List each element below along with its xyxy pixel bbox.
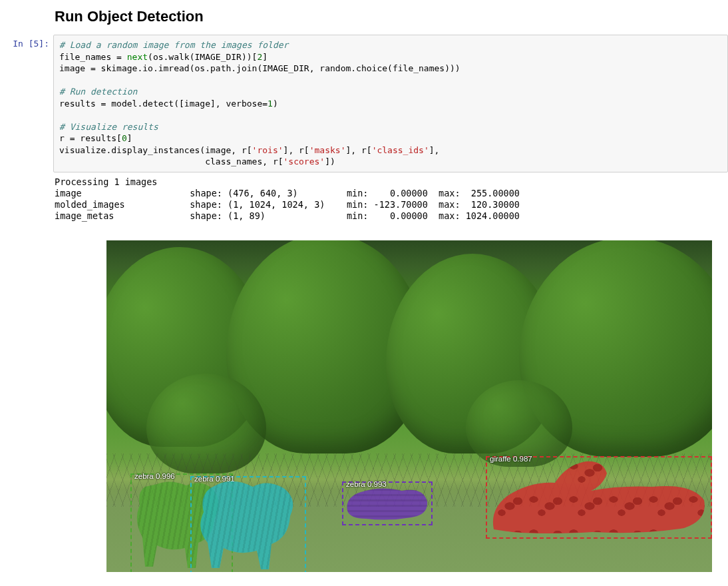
- code-comment: # Visualize results: [59, 122, 158, 132]
- code-comment: # Run detection: [59, 87, 137, 97]
- code-block: # Load a random image from the images fo…: [59, 39, 722, 168]
- output-area: Processing 1 images image shape: (476, 6…: [0, 172, 728, 222]
- output-figure-wrap: zebra 0.996 zebra 0.991 zebra 0.993: [0, 222, 728, 572]
- section-heading: Run Object Detection: [55, 8, 728, 25]
- detection-figure: zebra 0.996 zebra 0.991 zebra 0.993: [106, 240, 712, 572]
- code-cell: In [5]: # Load a random image from the i…: [0, 35, 728, 172]
- notebook: Run Object Detection In [5]: # Load a ra…: [0, 8, 728, 572]
- background-trees: [106, 240, 712, 467]
- code-comment: # Load a random image from the images fo…: [59, 40, 288, 50]
- input-prompt: In [5]:: [0, 35, 53, 172]
- code-input-area[interactable]: # Load a random image from the images fo…: [53, 35, 728, 172]
- stdout-text: Processing 1 images image shape: (476, 6…: [55, 176, 728, 222]
